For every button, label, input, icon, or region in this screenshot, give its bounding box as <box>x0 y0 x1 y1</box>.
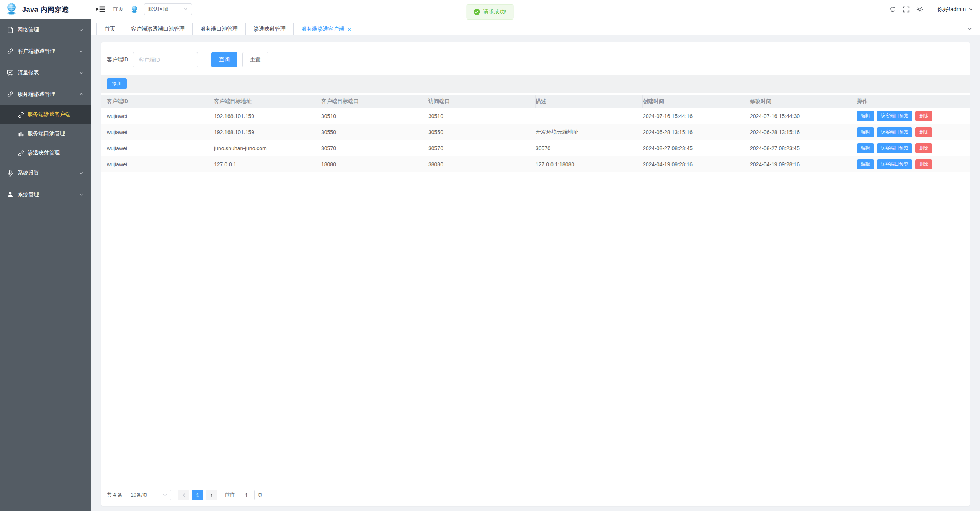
cell-description: 开发环境云端地址 <box>536 129 643 136</box>
tab-server-penetration-client[interactable]: 服务端渗透客户端 × <box>294 23 359 35</box>
refresh-icon[interactable] <box>890 6 896 13</box>
delete-button[interactable]: 删除 <box>915 143 932 153</box>
sidebar-item-server-penetration-management[interactable]: 服务端渗透管理 <box>0 84 91 105</box>
cell-modified-time: 2024-04-19 09:28:16 <box>750 161 857 167</box>
chevron-down-icon <box>79 171 83 175</box>
tab-label: 渗透映射管理 <box>253 26 286 33</box>
edit-button[interactable]: 编辑 <box>857 127 874 137</box>
cell-target-address: 127.0.0.1 <box>214 161 321 167</box>
chevron-down-icon <box>163 493 167 497</box>
cell-created-time: 2024-07-16 15:44:16 <box>643 113 750 119</box>
goto-page-input[interactable] <box>238 490 255 500</box>
sidebar-item-label: 客户端渗透管理 <box>18 48 79 55</box>
table-row: wujiawei 127.0.0.1 18080 38080 127.0.0.1… <box>101 156 970 172</box>
cell-modified-time: 2024-08-27 08:23:45 <box>750 145 857 151</box>
microphone-icon <box>7 170 14 177</box>
tab-home[interactable]: 首页 <box>96 23 123 35</box>
close-icon[interactable]: × <box>348 26 351 32</box>
tab-penetration-mapping[interactable]: 渗透映射管理 <box>246 23 294 35</box>
edit-button[interactable]: 编辑 <box>857 159 874 169</box>
cell-access-port: 30550 <box>428 129 536 135</box>
guest-port-preview-button[interactable]: 访客端口预览 <box>877 127 912 137</box>
guest-port-preview-button[interactable]: 访客端口预览 <box>877 159 912 169</box>
edit-button[interactable]: 编辑 <box>857 111 874 121</box>
table-row: wujiawei 192.168.101.159 30550 30550 开发环… <box>101 124 970 140</box>
cell-created-time: 2024-08-27 08:23:45 <box>643 145 750 151</box>
region-select[interactable]: 默认区域 <box>144 3 192 15</box>
client-id-label: 客户端ID <box>107 56 128 63</box>
cell-description: 127.0.0.1:18080 <box>536 161 643 167</box>
chevron-down-icon <box>79 70 83 75</box>
cell-actions: 编辑 访客端口预览 删除 <box>857 127 964 137</box>
guest-port-preview-button[interactable]: 访客端口预览 <box>877 143 912 153</box>
link-icon <box>7 48 14 55</box>
tabs-more-chevron-down-icon[interactable] <box>967 26 972 31</box>
table-row: wujiawei 192.168.101.159 30510 30510 202… <box>101 108 970 124</box>
sidebar-item-label: 系统管理 <box>18 191 79 198</box>
theme-icon[interactable] <box>916 6 923 13</box>
chevron-down-icon <box>79 28 83 32</box>
content-card: 客户端ID 查询 重置 添加 客户端ID 客户端目标地址 客户端目标端口 访问端… <box>101 42 970 506</box>
sidebar-item-penetration-mapping-management[interactable]: 渗透映射管理 <box>0 143 91 162</box>
sidebar-item-client-penetration-management[interactable]: 客户端渗透管理 <box>0 41 91 62</box>
sidebar-item-server-port-pool-management[interactable]: 服务端口池管理 <box>0 124 91 143</box>
data-board-icon <box>7 69 14 76</box>
tab-label: 服务端渗透客户端 <box>301 26 344 33</box>
document-icon <box>7 26 14 33</box>
check-circle-icon <box>474 9 480 15</box>
fullscreen-icon[interactable] <box>903 6 910 13</box>
topbar-right: 你好!admin <box>890 6 973 13</box>
table-row: wujiawei juno.shuhan-juno.com 30570 3057… <box>101 140 970 156</box>
cell-actions: 编辑 访客端口预览 删除 <box>857 111 964 121</box>
sidebar-item-traffic-report[interactable]: 流量报表 <box>0 62 91 84</box>
reset-button[interactable]: 重置 <box>242 52 268 67</box>
app-title: Java 内网穿透 <box>22 5 69 14</box>
histogram-icon <box>18 131 24 137</box>
breadcrumb[interactable]: 首页 <box>113 6 123 13</box>
chevron-down-icon <box>79 192 83 197</box>
sidebar-item-network-management[interactable]: 网络管理 <box>0 19 91 41</box>
tab-client-penetration-port-pool[interactable]: 客户端渗透端口池管理 <box>123 23 193 35</box>
chevron-down-icon <box>969 7 973 11</box>
add-button[interactable]: 添加 <box>107 78 127 89</box>
link-icon <box>7 91 14 98</box>
tab-label: 客户端渗透端口池管理 <box>131 26 185 33</box>
cell-client-id: wujiawei <box>107 113 214 119</box>
client-id-input[interactable] <box>133 52 198 67</box>
cell-target-port: 18080 <box>321 161 428 167</box>
page-size-value: 10条/页 <box>131 492 147 498</box>
tab-server-port-pool[interactable]: 服务端口池管理 <box>193 23 246 35</box>
cell-access-port: 30510 <box>428 113 536 119</box>
cell-client-id: wujiawei <box>107 129 214 135</box>
delete-button[interactable]: 删除 <box>915 159 932 169</box>
column-header: 客户端目标地址 <box>214 95 321 108</box>
table-area: 添加 客户端ID 客户端目标地址 客户端目标端口 访问端口 描述 创建时间 修改… <box>101 75 970 484</box>
chevron-down-icon <box>183 7 188 11</box>
guest-port-preview-button[interactable]: 访客端口预览 <box>877 111 912 121</box>
cell-target-port: 30570 <box>321 145 428 151</box>
prev-page-button[interactable] <box>178 490 189 500</box>
next-page-button[interactable] <box>206 490 217 500</box>
delete-button[interactable]: 删除 <box>915 127 932 137</box>
success-toast: 请求成功! <box>467 4 514 20</box>
cell-target-address: juno.shuhan-juno.com <box>214 145 321 151</box>
sidebar-item-label: 流量报表 <box>18 69 79 76</box>
sidebar-item-system-settings[interactable]: 系统设置 <box>0 162 91 184</box>
app-logo-icon <box>5 2 18 17</box>
user-dropdown[interactable]: 你好!admin <box>937 6 973 13</box>
search-button[interactable]: 查询 <box>211 52 237 67</box>
current-page-button[interactable]: 1 <box>192 490 203 500</box>
sidebar-item-label: 系统设置 <box>18 170 79 177</box>
page-size-select[interactable]: 10条/页 <box>127 490 171 500</box>
sidebar-item-server-penetration-client[interactable]: 服务端渗透客户端 <box>0 105 91 124</box>
cell-actions: 编辑 访客端口预览 删除 <box>857 159 964 169</box>
delete-button[interactable]: 删除 <box>915 111 932 121</box>
sidebar-fold-icon[interactable] <box>96 5 105 13</box>
topbar: 首页 默认区域 <box>91 0 980 18</box>
sidebar-menu: 网络管理 客户端渗透管理 流量报表 <box>0 19 91 511</box>
edit-button[interactable]: 编辑 <box>857 143 874 153</box>
cell-modified-time: 2024-06-28 13:15:16 <box>750 129 857 135</box>
tabs-bar: 首页 客户端渗透端口池管理 服务端口池管理 渗透映射管理 服务端渗透客户端 × <box>91 18 980 35</box>
sidebar-item-label: 网络管理 <box>18 26 79 33</box>
sidebar-item-system-management[interactable]: 系统管理 <box>0 184 91 205</box>
